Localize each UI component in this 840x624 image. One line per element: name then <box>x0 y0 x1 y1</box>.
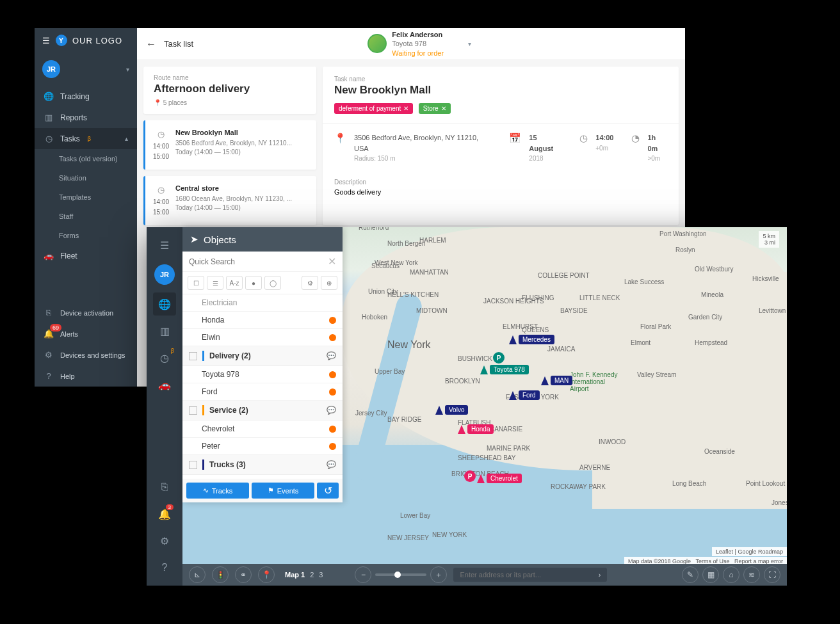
nav-tasks-old[interactable]: Tasks (old version) <box>35 149 137 168</box>
nav-tasks[interactable]: ◷β <box>153 346 176 369</box>
nav-reports[interactable]: ▥Reports <box>35 107 137 128</box>
avatar[interactable]: JR <box>154 264 175 285</box>
date-cell: 📅15 August2018 <box>509 132 561 163</box>
history-button[interactable]: ↺ <box>317 483 339 499</box>
area-icon[interactable]: ▦ <box>702 566 719 583</box>
task-row-0[interactable]: ◷14:0015:00 New Brooklyn Mall3506 Bedfor… <box>143 120 316 170</box>
draw-icon[interactable]: ✎ <box>682 566 699 583</box>
ruler-icon[interactable]: ⊾ <box>189 566 206 583</box>
nav-alerts[interactable]: 🔔3 <box>153 502 176 525</box>
fullscreen-icon[interactable]: ⛶ <box>764 566 780 583</box>
map-label: North Bergen <box>387 240 425 247</box>
duration-icon: ◔ <box>631 132 640 144</box>
vehicle-marker[interactable]: MAN <box>541 376 572 385</box>
close-icon[interactable]: ✕ <box>403 105 408 112</box>
vehicle-marker[interactable]: Mercedes <box>509 335 554 344</box>
nav-tracking[interactable]: 🌐 <box>153 292 176 316</box>
back-arrow-icon[interactable]: ← <box>146 38 156 50</box>
layers-icon[interactable]: ≋ <box>743 566 760 583</box>
driver-selector[interactable]: Felix Anderson Toyota 978 Waiting for or… <box>368 30 471 58</box>
zoom-slider[interactable] <box>375 573 426 576</box>
close-icon[interactable]: ✕ <box>441 105 446 112</box>
nav-alerts[interactable]: 🔔69Alerts <box>35 323 137 344</box>
object-item[interactable]: Chevrolet <box>182 420 343 438</box>
clock-icon: ◷ <box>153 184 169 197</box>
nav-forms[interactable]: Forms <box>35 226 137 245</box>
tag-store[interactable]: Store✕ <box>419 103 451 114</box>
parking-pin[interactable]: P <box>493 352 505 364</box>
filter-circle-button[interactable]: ◯ <box>264 276 281 290</box>
vehicle-marker[interactable]: Toyota 978 <box>480 365 529 374</box>
driver-status: Waiting for order <box>392 49 444 58</box>
clock-icon: ◷ <box>44 134 54 143</box>
filter-dot-button[interactable]: ● <box>245 276 262 290</box>
object-item[interactable]: Peter <box>182 438 343 455</box>
map-tab-2[interactable]: 2 <box>310 571 314 579</box>
nav-tasks[interactable]: ◷Tasksβ▴ <box>35 128 137 149</box>
traffic-icon[interactable]: 🚦 <box>212 566 229 583</box>
group-checkbox[interactable] <box>189 352 197 360</box>
map-tab-1[interactable]: Map 1 <box>285 571 305 579</box>
bell-icon: 🔔69 <box>44 329 54 339</box>
object-item[interactable]: Honda <box>182 312 343 329</box>
share-icon[interactable]: ⚭ <box>235 566 252 583</box>
chat-icon[interactable]: 💬 <box>327 406 336 415</box>
nav-staff[interactable]: Staff <box>35 207 137 226</box>
user-chip[interactable]: JR ▾ <box>35 52 137 86</box>
task-row-1[interactable]: ◷14:0015:00 Central store1680 Ocean Ave,… <box>143 176 316 225</box>
group-header[interactable]: Service (2)💬 <box>182 401 343 420</box>
tracks-tab[interactable]: ∿Tracks <box>186 483 249 499</box>
sort-alpha-button[interactable]: A-z <box>226 276 243 290</box>
gear-icon: ⚙ <box>44 350 54 360</box>
chat-icon[interactable]: 💬 <box>327 351 336 360</box>
object-item[interactable]: Elwin <box>182 329 343 346</box>
hamburger-icon[interactable]: ☰ <box>42 36 51 45</box>
group-header[interactable]: Delivery (2)💬 <box>182 346 343 366</box>
vehicle-marker[interactable]: Chevrolet <box>477 474 522 483</box>
search-input[interactable] <box>189 257 328 266</box>
object-item[interactable]: Ford <box>182 383 343 401</box>
vehicle-marker[interactable]: Honda <box>458 424 494 434</box>
nav-help[interactable]: ?Help <box>35 365 137 387</box>
nav-help[interactable]: ? <box>153 556 176 579</box>
group-checkbox[interactable] <box>189 461 197 469</box>
nav-templates[interactable]: Templates <box>35 188 137 207</box>
clock-icon: ◷ <box>579 132 588 144</box>
nav-settings[interactable]: ⚙ <box>153 529 176 552</box>
hamburger-icon[interactable]: ☰ <box>153 234 176 257</box>
tag-deferment[interactable]: deferment of payment✕ <box>334 103 413 114</box>
map-label: NEW YORK <box>432 531 467 538</box>
object-item[interactable]: Toyota 978 <box>182 366 343 383</box>
nav-reports[interactable]: ▥ <box>153 319 176 342</box>
parking-pin[interactable]: P <box>464 470 476 482</box>
map-label: Union City <box>368 288 398 295</box>
select-all-checkbox[interactable]: ☐ <box>188 276 204 290</box>
nav-fleet[interactable]: 🚗 <box>153 373 176 396</box>
vehicle-marker[interactable]: Volvo <box>435 405 468 415</box>
map-tabs: Map 1 2 3 <box>285 571 323 579</box>
address-input[interactable] <box>460 571 593 579</box>
nav-devices[interactable]: ⚙Devices and settings <box>35 344 137 365</box>
nav-fleet[interactable]: 🚗Fleet <box>35 245 137 266</box>
vehicle-marker[interactable]: Ford <box>509 390 540 400</box>
zoom-out-button[interactable]: − <box>355 566 371 583</box>
pin-icon[interactable]: 📍 <box>258 566 275 583</box>
group-header[interactable]: Trucks (3)💬 <box>182 455 343 475</box>
go-icon[interactable]: › <box>599 571 601 579</box>
home-icon[interactable]: ⌂ <box>723 566 739 583</box>
chat-icon[interactable]: 💬 <box>327 460 336 469</box>
list-view-button[interactable]: ☰ <box>207 276 223 290</box>
nav-situation[interactable]: Situation <box>35 168 137 188</box>
nav-activation[interactable]: ⎘ <box>153 476 176 499</box>
zoom-in-button[interactable]: ＋ <box>430 566 447 583</box>
sliders-icon[interactable]: ⚙ <box>302 276 318 290</box>
map-tab-3[interactable]: 3 <box>319 571 323 579</box>
group-checkbox[interactable] <box>189 406 197 415</box>
nav-activation[interactable]: ⎘Device activation <box>35 302 137 323</box>
nav-tracking[interactable]: 🌐Tracking <box>35 86 137 107</box>
clear-icon[interactable]: ✕ <box>328 255 336 268</box>
breadcrumb[interactable]: Task list <box>164 39 193 49</box>
target-icon[interactable]: ⊕ <box>321 276 337 290</box>
events-tab[interactable]: ⚑Events <box>252 483 314 499</box>
map-label: Lower Bay <box>400 512 430 519</box>
